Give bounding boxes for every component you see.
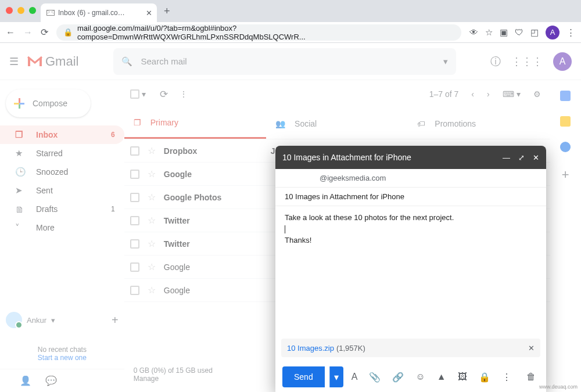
more-options-icon[interactable]: ⋮ (498, 372, 515, 383)
attachment-chip[interactable]: 10 Images.zip (1,957K) ✕ (281, 339, 540, 357)
star-icon[interactable]: ☆ (148, 145, 156, 156)
send-button[interactable]: Send (282, 366, 325, 387)
search-placeholder: Search mail (141, 56, 187, 66)
row-checkbox[interactable] (130, 262, 139, 272)
row-checkbox[interactable] (130, 216, 139, 225)
kebab-menu-icon[interactable]: ⋮ (566, 27, 575, 38)
remove-attachment-icon[interactable]: ✕ (528, 344, 535, 353)
category-tabs: ❐Primary👥Social🏷Promotions (124, 108, 550, 139)
popout-compose-icon[interactable]: ⤢ (518, 153, 525, 162)
discard-draft-icon[interactable]: 🗑 (523, 372, 539, 382)
insert-link-icon[interactable]: 🔗 (389, 372, 407, 383)
email-sender: Google (164, 262, 263, 272)
insert-drive-icon[interactable]: ▲ (433, 372, 450, 382)
reader-icon[interactable]: ▣ (500, 27, 508, 38)
next-page-icon[interactable]: › (487, 89, 490, 99)
main-menu-icon[interactable]: ☰ (9, 55, 19, 68)
confidential-mode-icon[interactable]: 🔒 (475, 372, 494, 383)
eye-icon[interactable]: 👁 (469, 27, 478, 37)
gmail-wordmark: Gmail (45, 54, 78, 69)
sidebar-item-inbox[interactable]: ❐Inbox6 (0, 125, 124, 144)
star-icon[interactable]: ☆ (148, 285, 156, 296)
shield-extension-icon[interactable]: 🛡 (515, 27, 523, 37)
more-icon: ˅ (15, 222, 26, 233)
sidebar-item-snoozed[interactable]: 🕒Snoozed (0, 163, 124, 181)
compose-footer: Send ▾ A 📎 🔗 ☺ ▲ 🖼 🔒 ⋮ 🗑 (275, 362, 546, 392)
minimize-compose-icon[interactable]: — (503, 153, 510, 162)
maximize-window-icon[interactable] (29, 7, 36, 14)
get-addons-icon[interactable]: + (562, 167, 569, 182)
sidebar-item-starred[interactable]: ★Starred (0, 144, 124, 163)
compose-titlebar[interactable]: 10 Images in Attachment for iPhone — ⤢ ✕ (275, 146, 546, 169)
minimize-window-icon[interactable] (17, 7, 24, 14)
gmail-logo[interactable]: Gmail (27, 54, 78, 69)
sidebar-item-drafts[interactable]: 🗎Drafts1 (0, 200, 124, 218)
no-chats-text: No recent chats (6, 346, 119, 354)
compose-button[interactable]: Compose (6, 89, 91, 117)
star-icon[interactable]: ☆ (148, 168, 156, 179)
star-bookmark-icon[interactable]: ☆ (485, 27, 493, 38)
hangouts-chat-icon[interactable]: 💬 (45, 375, 57, 386)
star-icon[interactable]: ☆ (148, 192, 156, 203)
row-checkbox[interactable] (130, 286, 139, 295)
prev-page-icon[interactable]: ‹ (471, 89, 474, 99)
close-window-icon[interactable] (6, 7, 13, 14)
tab-promotions[interactable]: 🏷Promotions (408, 108, 550, 139)
apps-grid-icon[interactable]: ⋮⋮⋮ (511, 55, 543, 68)
hangouts-contacts-icon[interactable]: 👤 (20, 375, 31, 386)
tab-icon: 👥 (275, 119, 285, 128)
star-icon: ★ (15, 148, 26, 159)
more-actions-icon[interactable]: ⋮ (180, 89, 188, 99)
row-checkbox[interactable] (130, 239, 139, 249)
search-options-icon[interactable]: ▾ (443, 56, 448, 67)
row-checkbox[interactable] (130, 146, 139, 156)
browser-tab[interactable]: Inbox (6) - gmail.co… ✕ (41, 3, 157, 22)
new-chat-icon[interactable]: + (112, 314, 119, 327)
sidebar-item-more[interactable]: ˅More (0, 218, 124, 237)
star-icon[interactable]: ☆ (148, 238, 156, 249)
hangouts-avatar[interactable] (6, 312, 22, 328)
attach-file-icon[interactable]: 📎 (365, 372, 384, 383)
support-icon[interactable]: ⓘ (490, 55, 501, 69)
text-cursor (285, 225, 285, 233)
select-dropdown-icon[interactable]: ▾ (142, 89, 146, 99)
start-chat-link[interactable]: Start a new one (6, 354, 119, 362)
email-sender: Twitter (164, 239, 263, 249)
url-field[interactable]: 🔒 mail.google.com/mail/u/0/?tab=rm&ogbl#… (56, 24, 461, 41)
compose-body[interactable]: Take a look at these 10 photos for the n… (275, 206, 546, 339)
formatting-icon[interactable]: A (348, 372, 361, 382)
send-options-button[interactable]: ▾ (329, 366, 343, 387)
compose-to-field[interactable]: @igeeksmedia.com (275, 169, 546, 188)
tasks-addon-icon[interactable] (560, 142, 571, 152)
account-avatar[interactable]: A (553, 52, 572, 71)
select-all-checkbox[interactable] (130, 89, 139, 99)
close-tab-icon[interactable]: ✕ (146, 9, 152, 17)
row-checkbox[interactable] (130, 170, 139, 179)
refresh-icon[interactable]: ⟳ (160, 88, 168, 100)
sidebar-item-sent[interactable]: ➤Sent (0, 181, 124, 200)
settings-gear-icon[interactable]: ⚙ (533, 89, 541, 99)
tab-social[interactable]: 👥Social (266, 108, 408, 139)
keep-addon-icon[interactable] (560, 116, 571, 127)
tab-primary[interactable]: ❐Primary (124, 108, 266, 139)
star-icon[interactable]: ☆ (148, 215, 156, 226)
file-icon: 🗎 (15, 204, 26, 214)
compose-subject-field[interactable]: 10 Images in Attachment for iPhone (275, 188, 546, 206)
star-icon[interactable]: ☆ (148, 261, 156, 272)
close-compose-icon[interactable]: ✕ (533, 153, 539, 162)
insert-emoji-icon[interactable]: ☺ (412, 372, 428, 382)
lock-icon: 🔒 (63, 28, 73, 37)
input-tools-icon[interactable]: ⌨ ▾ (503, 89, 521, 99)
pocket-icon[interactable]: ◰ (530, 27, 539, 38)
insert-photo-icon[interactable]: 🖼 (454, 372, 471, 382)
mail-toolbar: ▾ ⟳ ⋮ 1–7 of 7 ‹ › ⌨ ▾ ⚙ (124, 80, 550, 108)
chevron-down-icon[interactable]: ▾ (51, 316, 55, 325)
profile-avatar[interactable]: A (546, 26, 560, 39)
back-icon[interactable]: ← (6, 27, 15, 38)
new-tab-button[interactable]: + (157, 5, 177, 17)
row-checkbox[interactable] (130, 193, 139, 202)
reload-icon[interactable]: ⟳ (41, 27, 48, 38)
search-input[interactable]: 🔍 Search mail ▾ (113, 48, 456, 75)
calendar-addon-icon[interactable] (560, 91, 571, 101)
hangouts-panel: Ankur ▾ + No recent chats Start a new on… (0, 305, 124, 369)
